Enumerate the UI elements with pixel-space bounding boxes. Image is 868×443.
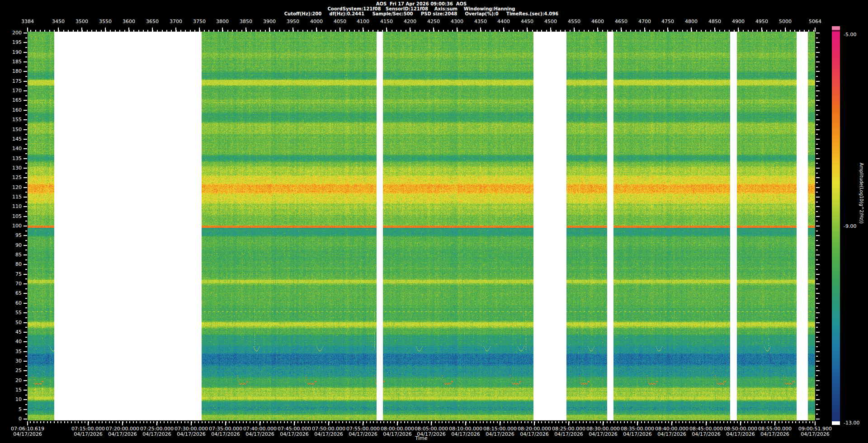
x-axis-title: Time: [394, 435, 448, 441]
top-axis-minor-tick: [495, 30, 495, 32]
time-axis-minor-tick: [71, 421, 72, 423]
top-axis-minor-tick: [462, 30, 462, 32]
time-axis-minor-tick: [682, 421, 683, 423]
time-axis-minor-tick: [613, 421, 614, 423]
time-axis-minor-tick: [181, 421, 182, 423]
y-axis-minor-tick: [25, 144, 27, 145]
y-axis-tick-label: 20: [2, 378, 22, 383]
time-axis-minor-tick: [277, 421, 278, 423]
time-axis-minor-tick: [387, 421, 388, 423]
y-axis-right-minor-tick: [816, 404, 818, 405]
top-axis-minor-tick: [115, 30, 116, 32]
top-axis-tick-label: 4800: [678, 19, 705, 24]
top-axis-minor-tick: [682, 30, 683, 32]
time-axis-minor-tick: [758, 421, 759, 423]
top-axis-tick-label: 4550: [561, 19, 588, 24]
top-axis-minor-tick: [752, 30, 753, 32]
time-axis-minor-tick: [54, 421, 55, 423]
y-axis-right-major-tick: [816, 90, 820, 91]
spectrogram-plot-canvas[interactable]: [28, 32, 815, 420]
top-axis-minor-tick: [476, 30, 476, 32]
y-axis-right-major-tick: [816, 264, 820, 265]
time-axis-minor-tick: [497, 421, 498, 423]
time-axis-minor-tick: [167, 421, 168, 423]
time-axis-minor-tick: [332, 421, 333, 423]
y-axis-right-minor-tick: [816, 38, 818, 38]
y-axis-tick-label: 180: [2, 69, 22, 74]
time-axis-minor-tick: [383, 421, 384, 423]
top-axis-minor-tick: [101, 30, 102, 32]
top-axis-minor-tick: [119, 30, 120, 32]
top-axis-minor-tick: [194, 30, 195, 32]
time-axis-minor-tick: [75, 421, 75, 423]
top-axis-minor-tick: [269, 30, 270, 32]
top-axis-minor-tick: [705, 30, 706, 32]
y-axis-right-minor-tick: [816, 298, 818, 299]
time-axis-minor-tick: [304, 421, 305, 423]
y-axis-minor-tick: [25, 124, 27, 125]
time-axis-minor-tick: [291, 421, 292, 423]
top-axis-minor-tick: [696, 30, 697, 32]
time-axis-minor-tick: [600, 421, 601, 423]
y-axis-major-tick: [24, 254, 27, 255]
time-axis-minor-tick: [267, 421, 268, 423]
top-axis-minor-tick: [663, 30, 664, 32]
y-axis-minor-tick: [25, 269, 27, 270]
y-axis-right-major-tick: [816, 216, 820, 217]
time-axis-minor-tick: [373, 421, 374, 423]
y-axis-tick-label: 130: [2, 165, 22, 171]
y-axis-right-minor-tick: [816, 385, 818, 386]
time-axis-minor-tick: [102, 421, 103, 423]
top-axis-minor-tick: [443, 30, 444, 32]
top-axis-minor-tick: [546, 30, 547, 32]
y-axis-major-tick: [24, 235, 27, 236]
top-axis-minor-tick: [729, 30, 730, 32]
top-axis-minor-tick: [607, 30, 608, 32]
time-axis-minor-tick: [566, 421, 566, 423]
time-axis-minor-tick: [359, 421, 360, 423]
top-axis-tick-label: 4650: [608, 19, 635, 24]
y-axis-minor-tick: [25, 307, 27, 308]
time-axis-minor-tick: [174, 421, 175, 423]
time-axis-minor-tick: [346, 421, 347, 423]
time-axis-minor-tick: [88, 421, 89, 423]
top-axis-minor-tick: [387, 30, 387, 32]
y-axis-right-minor-tick: [816, 173, 818, 174]
time-axis-minor-tick: [33, 421, 34, 423]
time-axis-minor-tick: [253, 421, 254, 423]
time-axis-minor-tick: [768, 421, 769, 423]
top-axis-minor-tick: [452, 30, 453, 32]
time-axis-minor-tick: [335, 421, 336, 423]
top-axis-minor-tick: [743, 30, 744, 32]
colorbar: [832, 32, 840, 421]
time-axis-minor-tick: [751, 421, 752, 423]
y-axis-minor-tick: [25, 211, 27, 212]
y-axis-right-minor-tick: [816, 366, 818, 367]
time-axis-minor-tick: [730, 421, 731, 423]
top-axis-minor-tick: [518, 30, 519, 32]
y-axis-tick-label: 140: [2, 146, 22, 151]
time-axis-minor-tick: [78, 421, 79, 423]
top-axis-minor-tick: [265, 30, 266, 32]
time-axis-minor-tick: [92, 421, 93, 423]
y-axis-major-tick: [24, 187, 27, 188]
top-axis-major-tick: [27, 28, 28, 32]
time-axis-minor-tick: [696, 421, 697, 423]
time-axis-minor-tick: [631, 421, 632, 423]
time-axis-minor-tick: [744, 421, 745, 423]
time-axis-minor-tick: [569, 421, 570, 423]
y-axis-right-minor-tick: [816, 202, 818, 203]
time-axis-minor-tick: [136, 421, 137, 423]
top-axis-minor-tick: [659, 30, 660, 32]
time-axis-minor-tick: [795, 421, 796, 423]
top-axis-minor-tick: [30, 30, 31, 32]
y-axis-right-minor-tick: [816, 124, 818, 125]
top-axis-minor-tick: [635, 30, 636, 32]
top-axis-minor-tick: [246, 30, 247, 32]
time-axis-minor-tick: [655, 421, 656, 423]
top-axis-minor-tick: [162, 30, 163, 32]
time-axis-minor-tick: [353, 421, 354, 423]
top-axis-minor-tick: [138, 30, 139, 32]
time-axis-minor-tick: [747, 421, 748, 423]
y-axis-tick-label: 170: [2, 88, 22, 94]
